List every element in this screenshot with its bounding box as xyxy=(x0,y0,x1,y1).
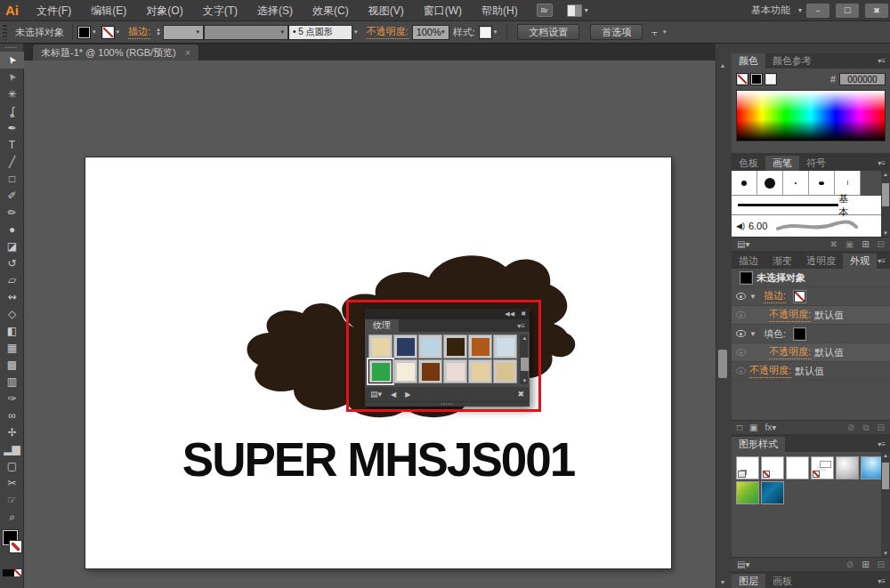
shape-builder-tool[interactable]: ◧ xyxy=(0,322,24,339)
style-libraries-icon[interactable]: ▤▾ xyxy=(737,560,749,569)
remove-brush-stroke-icon[interactable]: ✖ xyxy=(829,239,837,249)
scrollbar-thumb[interactable] xyxy=(882,463,889,489)
visibility-eye-icon[interactable] xyxy=(736,367,746,375)
brush-swatch-art[interactable]: ◀) 6.00 xyxy=(732,215,890,237)
new-brush-icon[interactable]: ⊞ xyxy=(862,239,869,249)
expand-triangle-icon[interactable]: ▼ xyxy=(749,330,756,338)
expand-triangle-icon[interactable]: ▼ xyxy=(749,293,756,301)
stroke-weight-field[interactable]: ▾ xyxy=(163,25,204,40)
scroll-up-icon[interactable]: ▲ xyxy=(881,172,890,177)
panel-menu-icon[interactable]: ▾≡ xyxy=(878,159,890,167)
slice-tool[interactable]: ✂ xyxy=(0,474,24,491)
lasso-tool[interactable]: ʆ xyxy=(0,102,24,119)
zoom-tool[interactable]: ⌕ xyxy=(0,508,24,525)
visibility-eye-icon[interactable] xyxy=(736,349,746,356)
paintbrush-tool[interactable]: ✐ xyxy=(0,187,24,204)
opacity-panel-link[interactable]: 不透明度: xyxy=(367,25,409,39)
menu-edit[interactable]: 编辑(E) xyxy=(81,0,136,21)
menu-type[interactable]: 文字(T) xyxy=(193,0,247,21)
delete-style-icon[interactable]: ⊟ xyxy=(878,560,885,569)
canvas-vertical-scrollbar[interactable]: ▲ ▼ xyxy=(716,60,728,588)
tab-gradient[interactable]: 渐变 xyxy=(765,254,799,269)
graphic-style-double-none[interactable] xyxy=(811,456,834,479)
graphic-style-blue-swirl[interactable] xyxy=(761,481,784,504)
selection-tool[interactable]: ➤ xyxy=(0,52,24,68)
scroll-down-icon[interactable]: ▼ xyxy=(716,577,729,588)
appearance-object-opacity-row[interactable]: 不透明度: 默认值 xyxy=(732,362,890,381)
artboard-tool[interactable]: ▢ xyxy=(0,457,24,474)
appearance-stroke-row[interactable]: ▼ 描边: xyxy=(732,287,890,306)
chevron-down-icon[interactable]: ▾ xyxy=(117,28,120,36)
scroll-up-icon[interactable]: ▲ xyxy=(881,453,890,458)
appearance-fill-row[interactable]: ▼ 填色: xyxy=(732,325,890,343)
variable-width-profile-dropdown[interactable]: ▾ xyxy=(204,25,288,40)
blend-tool[interactable]: ∞ xyxy=(0,407,24,423)
restore-button[interactable]: ☐ xyxy=(836,4,859,18)
opacity-field[interactable]: 100% ▾ xyxy=(412,25,449,40)
hex-value-field[interactable]: 000000 xyxy=(839,73,886,85)
fill-attribute-label[interactable]: 填色: xyxy=(764,327,786,341)
fill-black-swatch[interactable] xyxy=(794,328,805,340)
tab-layers[interactable]: 图层 xyxy=(732,574,765,588)
graphic-style-default[interactable] xyxy=(736,456,759,479)
stroke-attribute-link[interactable]: 描边: xyxy=(764,289,786,303)
workspace-switcher[interactable]: 基本功能 xyxy=(751,4,790,17)
artwork-headline-text[interactable]: SUPER MHSJS001 xyxy=(85,432,672,487)
style-swatch[interactable] xyxy=(479,26,492,39)
brush-swatch-oval[interactable] xyxy=(809,171,835,196)
width-tool[interactable]: ↭ xyxy=(0,288,24,305)
appearance-stroke-opacity-row[interactable]: 不透明度: 默认值 xyxy=(732,306,890,325)
color-none-toggle[interactable] xyxy=(3,569,21,576)
stroke-none-swatch[interactable] xyxy=(794,291,805,302)
menu-object[interactable]: 对象(O) xyxy=(136,0,192,21)
chevron-down-icon[interactable]: ▾ xyxy=(663,28,667,36)
perspective-grid-tool[interactable]: ▦ xyxy=(0,339,24,356)
close-document-icon[interactable]: × xyxy=(185,47,190,58)
document-setup-button[interactable]: 文档设置 xyxy=(517,24,579,40)
minimize-button[interactable]: – xyxy=(806,4,829,18)
menu-help[interactable]: 帮助(H) xyxy=(472,0,528,21)
direct-selection-tool[interactable]: ➤ xyxy=(0,68,24,85)
menu-file[interactable]: 文件(F) xyxy=(27,0,81,21)
hand-tool[interactable]: ☞ xyxy=(0,491,24,508)
stroke-color-swatch[interactable] xyxy=(101,26,115,39)
symbol-sprayer-tool[interactable]: ✢ xyxy=(0,423,24,440)
panel-grip[interactable]: ••••• xyxy=(0,44,23,52)
fill-stroke-indicator[interactable] xyxy=(0,528,24,564)
panel-grip[interactable] xyxy=(3,25,7,40)
visibility-eye-icon[interactable] xyxy=(736,293,746,300)
fill-color-swatch[interactable] xyxy=(77,26,91,39)
brush-options-icon[interactable]: ▣ xyxy=(846,239,854,249)
gradient-tool[interactable]: ▥ xyxy=(0,373,24,390)
canvas-area[interactable]: SUPER MHSJS001 ◀◀ ✖ 纹理 ▾≡ xyxy=(24,60,728,588)
blob-brush-tool[interactable]: ● xyxy=(0,221,24,238)
brush-swatch-10pt[interactable] xyxy=(757,171,783,196)
delete-brush-icon[interactable]: ⊟ xyxy=(878,239,885,249)
new-stroke-icon[interactable]: □ xyxy=(737,423,742,432)
tab-color[interactable]: 颜色 xyxy=(732,53,765,68)
new-style-icon[interactable]: ⊞ xyxy=(862,560,869,569)
stroke-indicator-swatch[interactable] xyxy=(9,540,22,553)
brush-swatch-1pt[interactable] xyxy=(783,171,809,196)
tab-artboards[interactable]: 画板 xyxy=(765,574,799,588)
opacity-link[interactable]: 不透明度: xyxy=(769,308,811,322)
new-fill-icon[interactable]: ▣ xyxy=(749,423,757,432)
mesh-tool[interactable]: ▩ xyxy=(0,356,24,373)
type-tool[interactable]: T xyxy=(0,136,24,153)
menu-window[interactable]: 窗口(W) xyxy=(414,0,472,21)
opacity-link[interactable]: 不透明度: xyxy=(749,364,791,378)
chevron-down-icon[interactable]: ▾ xyxy=(354,28,358,36)
preferences-button[interactable]: 首选项 xyxy=(590,24,643,40)
pencil-tool[interactable]: ✏ xyxy=(0,204,24,221)
menu-select[interactable]: 选择(S) xyxy=(247,0,303,21)
scroll-down-icon[interactable]: ▼ xyxy=(881,551,890,556)
menu-view[interactable]: 视图(V) xyxy=(359,0,414,21)
tab-stroke[interactable]: 描边 xyxy=(732,254,765,269)
appearance-fill-opacity-row[interactable]: 不透明度: 默认值 xyxy=(732,343,890,362)
chevron-down-icon[interactable]: ▾ xyxy=(494,28,498,36)
brush-swatch-5pt[interactable] xyxy=(732,171,757,196)
rectangle-tool[interactable]: □ xyxy=(0,170,24,187)
brush-swatch-basic[interactable]: 基本 xyxy=(732,196,890,215)
panel-menu-icon[interactable]: ▾≡ xyxy=(878,577,890,585)
tab-swatches[interactable]: 色板 xyxy=(732,156,765,171)
